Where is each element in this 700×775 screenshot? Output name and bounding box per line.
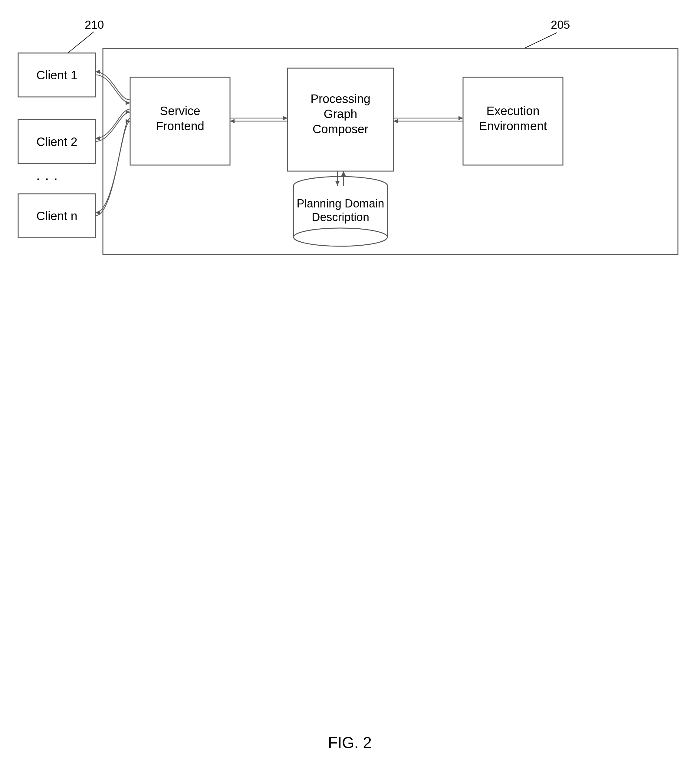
client1-label: Client 1 bbox=[36, 68, 78, 82]
ref-205-label: 205 bbox=[551, 18, 570, 31]
pgc-label-line1: Processing bbox=[310, 92, 370, 105]
clientn-label: Client n bbox=[36, 209, 78, 223]
db-bottom-ellipse bbox=[294, 228, 387, 246]
sf-to-client1-arrowhead bbox=[95, 70, 100, 74]
service-frontend-label-line1: Service bbox=[160, 104, 200, 118]
client2-label: Client 2 bbox=[36, 135, 78, 148]
dots-label: . . . bbox=[36, 166, 58, 183]
db-label-line2: Description bbox=[312, 211, 369, 223]
sf-to-client2-arrowhead bbox=[95, 136, 100, 141]
service-frontend-label-line2: Frontend bbox=[156, 119, 204, 133]
db-label-line1: Planning Domain bbox=[297, 197, 384, 210]
pgc-label-line3: Composer bbox=[313, 122, 368, 136]
exec-env-label-line1: Execution bbox=[486, 104, 540, 118]
pgc-label-line2: Graph bbox=[323, 107, 357, 121]
fig-label: FIG. 2 bbox=[328, 734, 372, 752]
ref-210-label: 210 bbox=[85, 18, 104, 31]
exec-env-label-line2: Environment bbox=[479, 119, 547, 133]
sf-to-clientn-arrowhead bbox=[95, 211, 100, 215]
diagram-svg: 210 205 Client 1 Client 2 . . . Client n… bbox=[0, 0, 700, 775]
